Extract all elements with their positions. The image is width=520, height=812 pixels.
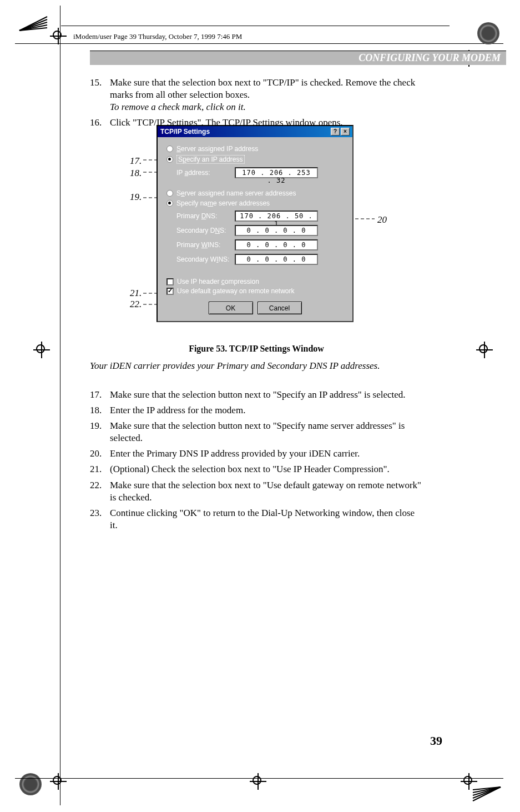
- steps-top: 15. Make sure that the selection box nex…: [90, 77, 423, 132]
- tcpip-dialog: TCP/IP Settings ? × Server assigned IP a…: [156, 125, 354, 322]
- step-19-text: Make sure that the selection button next…: [110, 420, 423, 444]
- section-banner: CONFIGURING YOUR MODEM: [90, 51, 506, 65]
- cancel-button[interactable]: Cancel: [258, 302, 302, 314]
- registration-top-right: [477, 22, 499, 44]
- header-rule-bottom: [15, 43, 503, 44]
- radio-icon: [166, 146, 173, 152]
- ip-address-label: IP address:: [176, 169, 235, 177]
- check-ip-compression[interactable]: Use IP header compression: [166, 278, 344, 285]
- radio4-label: e server addresses: [213, 199, 270, 207]
- ip-address-input[interactable]: 170 . 206 . 253 . 32: [235, 167, 318, 178]
- step-15-num: 15.: [90, 77, 110, 113]
- figure-caption: Figure 53. TCP/IP Settings Window: [90, 343, 423, 355]
- secondary-wins-label: Secondary WINS:: [176, 255, 235, 263]
- primary-wins-input[interactable]: 0 . 0 . 0 . 0: [235, 239, 318, 250]
- step-19-num: 19.: [90, 420, 110, 444]
- stripe-top-left: [17, 14, 50, 33]
- dns-note: Your iDEN carrier provides your Primary …: [90, 360, 423, 372]
- callout-17: 17.: [130, 156, 142, 167]
- page-number: 39: [430, 734, 442, 748]
- callout-19: 19.: [130, 192, 142, 203]
- step-20-text: Enter the Primary DNS IP address provide…: [110, 448, 423, 460]
- step-16-num: 16.: [90, 117, 110, 129]
- step-22-text: Make sure that the selection box next to…: [110, 479, 423, 504]
- radio-icon: [166, 190, 173, 197]
- radio1-label: erver assigned IP address: [181, 145, 258, 153]
- step-17-num: 17.: [90, 389, 110, 401]
- running-header: iModem/user Page 39 Thursday, October 7,…: [73, 32, 242, 41]
- checkbox-icon: [166, 288, 174, 295]
- crosshair-bottom-left2: [50, 773, 67, 790]
- secondary-wins-input[interactable]: 0 . 0 . 0 . 0: [235, 254, 318, 265]
- registration-bottom-left: [19, 773, 42, 795]
- footer-rule: [15, 778, 503, 779]
- header-rule-top: [61, 26, 450, 26]
- primary-wins-label: Primary WINS:: [176, 241, 235, 249]
- step-22-num: 22.: [90, 479, 110, 504]
- radio-icon: [166, 200, 173, 207]
- step-21-num: 21.: [90, 463, 110, 475]
- step-15-note: To remove a check mark, click on it.: [110, 102, 246, 112]
- steps-bottom: 17.Make sure that the selection button n…: [90, 389, 423, 535]
- primary-dns-label: Primary DNS:: [176, 212, 235, 220]
- checkbox-icon: [166, 278, 174, 285]
- radio-server-ip[interactable]: Server assigned IP address: [166, 145, 344, 153]
- check-default-gateway[interactable]: Use default gateway on remote network: [166, 287, 344, 295]
- stripe-bottom-right: [470, 784, 503, 804]
- radio3-label: rver assigned name server addresses: [185, 189, 296, 197]
- radio-icon: [166, 156, 173, 163]
- radio-server-dns[interactable]: Server assigned name server addresses: [166, 189, 344, 197]
- step-23-text: Continue clicking "OK" to return to the …: [110, 507, 423, 532]
- dialog-figure: TCP/IP Settings ? × Server assigned IP a…: [156, 125, 378, 322]
- callout-20: 20: [377, 214, 387, 225]
- secondary-dns-label: Secondary DNS:: [176, 227, 235, 234]
- crosshair-mid-left: [33, 342, 50, 358]
- step-23-num: 23.: [90, 507, 110, 532]
- step-18-num: 18.: [90, 404, 110, 417]
- step-17-text: Make sure that the selection button next…: [110, 389, 423, 401]
- callout-18: 18.: [130, 168, 142, 179]
- radio-specify-dns[interactable]: Specify name server addresses: [166, 199, 344, 207]
- crosshair-top-left: [50, 28, 67, 44]
- ok-button[interactable]: OK: [209, 302, 253, 314]
- step-21-text: (Optional) Check the selection box next …: [110, 463, 423, 475]
- callout-21: 21.: [130, 288, 142, 299]
- crosshair-mid-right: [476, 342, 493, 358]
- radio-specify-ip[interactable]: Specify an IP address: [166, 155, 344, 164]
- help-button[interactable]: ?: [331, 128, 340, 136]
- step-15-text: Make sure that the selection box next to…: [110, 77, 415, 100]
- dialog-titlebar: TCP/IP Settings ? ×: [158, 126, 352, 137]
- close-button[interactable]: ×: [341, 128, 350, 136]
- callout-22: 22.: [130, 299, 142, 310]
- dialog-title: TCP/IP Settings: [160, 128, 210, 136]
- step-20-num: 20.: [90, 448, 110, 460]
- crosshair-bottom-center: [250, 773, 266, 790]
- primary-dns-input[interactable]: 170 . 206 . 50 . 1: [235, 210, 318, 222]
- secondary-dns-input[interactable]: 0 . 0 . 0 . 0: [235, 225, 318, 236]
- left-margin-line: [60, 6, 60, 805]
- radio2-label: ecify an IP address: [186, 156, 243, 163]
- step-18-text: Enter the IP address for the modem.: [110, 404, 423, 417]
